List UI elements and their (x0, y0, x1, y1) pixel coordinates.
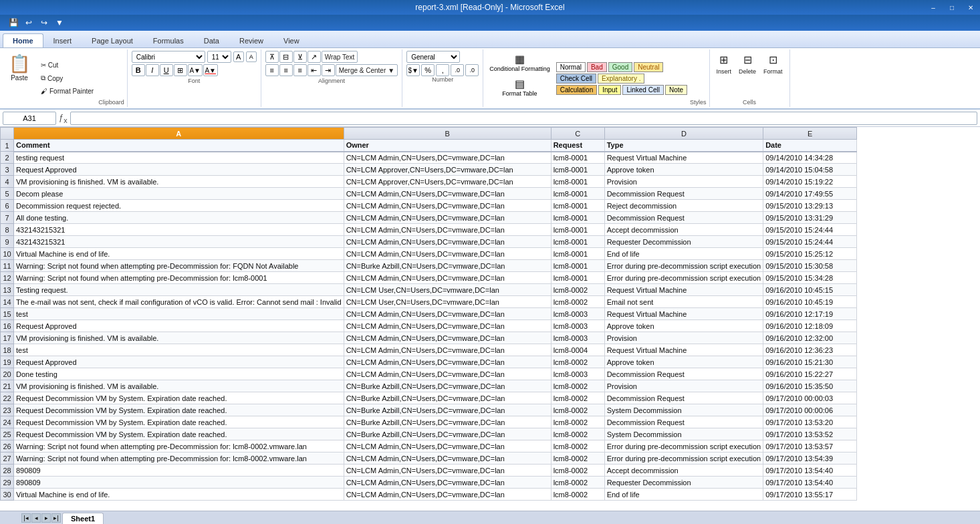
cell-D16[interactable]: Approve token (604, 320, 763, 332)
paste-button[interactable]: 📋 Paste (3, 51, 36, 106)
tab-page-layout[interactable]: Page Layout (82, 33, 143, 47)
cell-B16[interactable]: CN=LCM Admin,CN=Users,DC=vmware,DC=lan (344, 320, 551, 332)
text-angle-button[interactable]: ↗ (308, 51, 321, 63)
format-as-table-button[interactable]: ▤ Format Table (499, 76, 540, 99)
cell-E3[interactable]: 09/14/2010 15:04:58 (763, 164, 857, 176)
cell-E20[interactable]: 09/16/2010 15:22:27 (763, 368, 857, 380)
cell-A16[interactable]: Request Approved (14, 320, 344, 332)
cell-C28[interactable]: lcm8-0002 (551, 465, 604, 477)
cell-A22[interactable]: Request Decommission VM by System. Expir… (14, 392, 344, 404)
cell-B6[interactable]: CN=LCM Admin,CN=Users,DC=vmware,DC=lan (344, 200, 551, 212)
cell-E9[interactable]: 09/15/2010 15:24:44 (763, 236, 857, 248)
decimal-increase-button[interactable]: .0 (451, 64, 464, 76)
cell-E12[interactable]: 09/15/2010 15:34:28 (763, 272, 857, 284)
cell-C21[interactable]: lcm8-0002 (551, 380, 604, 392)
cell-C5[interactable]: lcm8-0001 (551, 188, 604, 200)
cut-button[interactable]: ✂ Cut (37, 59, 97, 71)
cell-E16[interactable]: 09/16/2010 12:18:09 (763, 320, 857, 332)
cell-C10[interactable]: lcm8-0001 (551, 248, 604, 260)
cell-D2[interactable]: Request Virtual Machine (604, 152, 763, 164)
cell-D21[interactable]: Provision (604, 380, 763, 392)
cell-E10[interactable]: 09/15/2010 15:25:12 (763, 248, 857, 260)
cell-B18[interactable]: CN=LCM Admin,CN=Users,DC=vmware,DC=lan (344, 344, 551, 356)
cell-B26[interactable]: CN=LCM Admin,CN=Users,DC=vmware,DC=lan (344, 440, 551, 452)
align-middle-button[interactable]: ⊟ (279, 51, 293, 63)
cell-B21[interactable]: CN=Burke Azbill,CN=Users,DC=vmware,DC=la… (344, 380, 551, 392)
cell-B17[interactable]: CN=LCM Admin,CN=Users,DC=vmware,DC=lan (344, 332, 551, 344)
cell-B2[interactable]: CN=LCM Admin,CN=Users,DC=vmware,DC=lan (344, 152, 551, 164)
note-style-button[interactable]: Note (665, 85, 687, 95)
cell-D5[interactable]: Decommission Request (604, 188, 763, 200)
cell-D22[interactable]: Decommission Request (604, 392, 763, 404)
cell-D4[interactable]: Provision (604, 176, 763, 188)
cell-C7[interactable]: lcm8-0001 (551, 212, 604, 224)
cell-A1[interactable]: Comment (14, 140, 344, 152)
cell-C1[interactable]: Request (551, 140, 604, 152)
cell-D15[interactable]: Request Virtual Machine (604, 308, 763, 320)
cell-A26[interactable]: Warning: Script not found when attemptin… (14, 440, 344, 452)
cell-B10[interactable]: CN=LCM Admin,CN=Users,DC=vmware,DC=lan (344, 248, 551, 260)
cell-B25[interactable]: CN=Burke Azbill,CN=Users,DC=vmware,DC=la… (344, 428, 551, 440)
cell-D30[interactable]: End of life (604, 489, 763, 501)
cell-D29[interactable]: Requester Decommission (604, 477, 763, 489)
cell-A3[interactable]: Request Approved (14, 164, 344, 176)
cell-B7[interactable]: CN=LCM Admin,CN=Users,DC=vmware,DC=lan (344, 212, 551, 224)
cell-A17[interactable]: VM provisioning is finished. VM is avail… (14, 332, 344, 344)
cell-E4[interactable]: 09/14/2010 15:19:22 (763, 176, 857, 188)
border-button[interactable]: ⊞ (174, 64, 187, 76)
cell-B11[interactable]: CN=Burke Azbill,CN=Users,DC=vmware,DC=la… (344, 260, 551, 272)
col-header-C[interactable]: C (551, 128, 604, 140)
percent-button[interactable]: % (421, 64, 435, 76)
quick-access-dropdown[interactable]: ▼ (53, 16, 66, 29)
cell-E19[interactable]: 09/16/2010 15:21:30 (763, 356, 857, 368)
cell-E11[interactable]: 09/15/2010 15:30:58 (763, 260, 857, 272)
align-right-button[interactable]: ≡ (293, 64, 307, 76)
cell-B27[interactable]: CN=LCM Admin,CN=Users,DC=vmware,DC=lan (344, 452, 551, 465)
good-style-button[interactable]: Good (608, 62, 632, 72)
function-wizard-icon[interactable]: ƒx (59, 112, 68, 124)
maximize-button[interactable]: □ (943, 0, 961, 15)
cell-C23[interactable]: lcm8-0002 (551, 404, 604, 416)
cell-B13[interactable]: CN=LCM User,CN=Users,DC=vmware,DC=lan (344, 284, 551, 296)
cell-E15[interactable]: 09/16/2010 12:17:19 (763, 308, 857, 320)
underline-button[interactable]: U (160, 64, 173, 76)
cell-D24[interactable]: Decommission Request (604, 416, 763, 428)
tab-data[interactable]: Data (194, 33, 229, 47)
cell-C20[interactable]: lcm8-0003 (551, 368, 604, 380)
format-painter-button[interactable]: 🖌 Format Painter (37, 86, 97, 97)
cell-C3[interactable]: lcm8-0001 (551, 164, 604, 176)
cell-E24[interactable]: 09/17/2010 13:53:20 (763, 416, 857, 428)
sheet-scroll-prev[interactable]: ◂ (31, 513, 41, 523)
cell-E23[interactable]: 09/17/2010 00:00:06 (763, 404, 857, 416)
cell-C14[interactable]: lcm8-0002 (551, 296, 604, 308)
cell-D9[interactable]: Requester Decommission (604, 236, 763, 248)
cell-B1[interactable]: Owner (344, 140, 551, 152)
check-cell-style-button[interactable]: Check Cell (556, 74, 596, 84)
align-bottom-button[interactable]: ⊻ (293, 51, 307, 63)
insert-cells-button[interactable]: ⊞ Insert (714, 51, 735, 78)
cell-A8[interactable]: 432143215321 (14, 224, 344, 236)
cell-B5[interactable]: CN=LCM Admin,CN=Users,DC=vmware,DC=lan (344, 188, 551, 200)
calculation-style-button[interactable]: Calculation (556, 85, 597, 95)
cell-A28[interactable]: 890809 (14, 465, 344, 477)
cell-B19[interactable]: CN=LCM Admin,CN=Users,DC=vmware,DC=lan (344, 356, 551, 368)
cell-reference-box[interactable] (3, 112, 56, 125)
delete-cells-button[interactable]: ⊟ Delete (736, 51, 759, 78)
save-quick-button[interactable]: 💾 (7, 16, 20, 29)
cell-C19[interactable]: lcm8-0002 (551, 356, 604, 368)
cell-A13[interactable]: Testing request. (14, 284, 344, 296)
wrap-text-button[interactable]: Wrap Text (322, 51, 358, 63)
cell-D10[interactable]: End of life (604, 248, 763, 260)
cell-C25[interactable]: lcm8-0002 (551, 428, 604, 440)
italic-button[interactable]: I (146, 64, 159, 76)
align-center-button[interactable]: ≡ (279, 64, 293, 76)
cell-B15[interactable]: CN=LCM Admin,CN=Users,DC=vmware,DC=lan (344, 308, 551, 320)
minimize-button[interactable]: – (924, 0, 943, 15)
cell-D1[interactable]: Type (604, 140, 763, 152)
cell-D25[interactable]: System Decommission (604, 428, 763, 440)
input-style-button[interactable]: Input (598, 85, 621, 95)
cell-D13[interactable]: Request Virtual Machine (604, 284, 763, 296)
cell-C13[interactable]: lcm8-0002 (551, 284, 604, 296)
tab-review[interactable]: Review (229, 33, 273, 47)
cell-A30[interactable]: Virtual Machine is end of life. (14, 489, 344, 501)
